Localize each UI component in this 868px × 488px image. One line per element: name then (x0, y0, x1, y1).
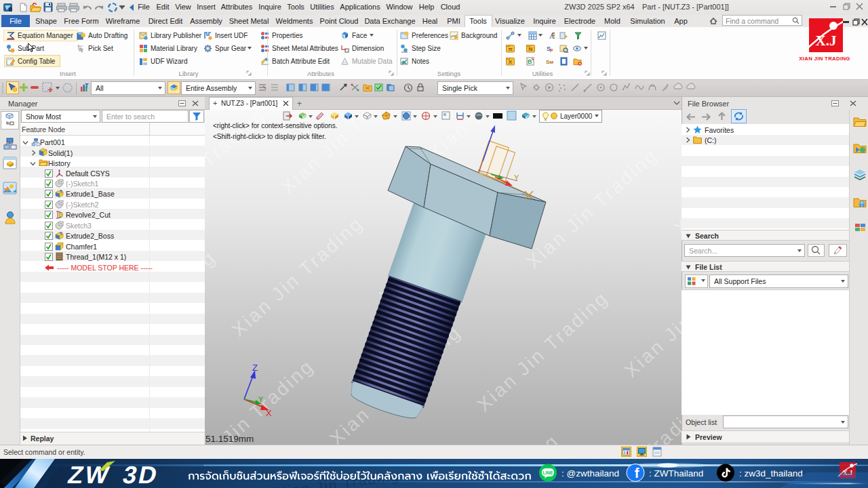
svg-text:Z: Z (252, 363, 258, 373)
svg-text:π: π (508, 46, 512, 52)
svg-text:Xian Jin Trading: Xian Jin Trading (205, 246, 220, 375)
svg-text:3D: 3D (121, 461, 162, 488)
svg-text:: ZWThailand: : ZWThailand (649, 468, 703, 479)
svg-text:Xian Jin Trading: Xian Jin Trading (669, 110, 682, 239)
svg-text:Χ: Χ (509, 59, 513, 65)
svg-text:LINE: LINE (543, 470, 553, 475)
svg-text:: zw3d_thailand: : zw3d_thailand (739, 468, 803, 479)
svg-text:B: B (528, 58, 532, 65)
svg-text:X: X (266, 408, 272, 418)
svg-text:Xian Jin Trading: Xian Jin Trading (473, 287, 613, 415)
svg-text:Xian Jin Trading: Xian Jin Trading (424, 430, 564, 445)
svg-text:X.J: X.J (816, 33, 837, 49)
svg-text:Xian Jin Trading: Xian Jin Trading (620, 253, 682, 382)
svg-text:F: F (550, 47, 553, 53)
svg-text:N: N (529, 46, 533, 52)
svg-text:Sм: Sм (546, 59, 553, 65)
svg-text:f: f (635, 466, 639, 481)
svg-text:Y: Y (258, 395, 264, 403)
svg-text:: @zwthailand: : @zwthailand (561, 468, 619, 479)
svg-text:Xian Jin Trading: Xian Jin Trading (228, 212, 368, 341)
svg-text:Y: Y (514, 174, 519, 182)
svg-text:Xian Jin Trading: Xian Jin Trading (571, 396, 682, 445)
